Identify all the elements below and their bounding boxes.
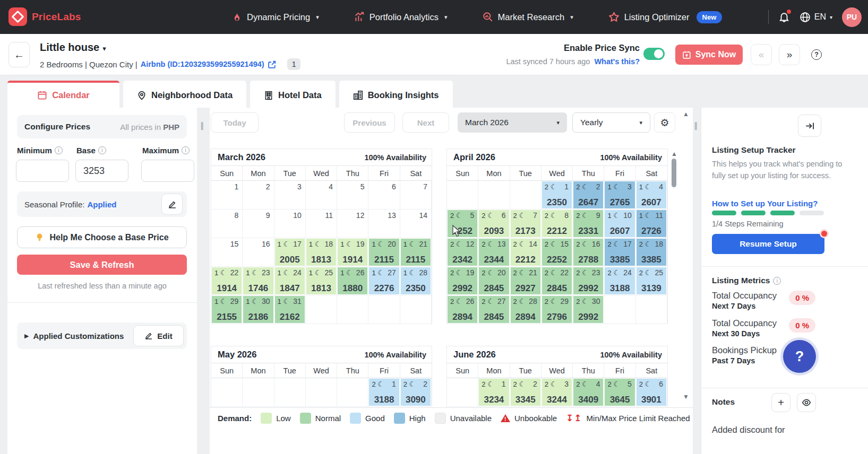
scrollbar-up-arrow[interactable]: ▲ <box>683 110 689 118</box>
base-price-input[interactable] <box>75 160 128 182</box>
calendar-day-cell[interactable]: 15 <box>211 238 243 267</box>
calendar-day-cell[interactable]: 14 <box>400 209 432 238</box>
calendar-day-cell[interactable]: 1 ☾212115 <box>400 238 432 267</box>
collapse-sidebar-button[interactable] <box>798 115 821 137</box>
calendar-day-cell[interactable]: 4 <box>306 181 337 209</box>
nav-item-listing-optimizer[interactable]: Listing OptimizerNew <box>608 11 723 23</box>
calendar-day-cell[interactable]: 1 ☾302186 <box>243 295 274 324</box>
calendar-day-cell[interactable]: 1 ☾312162 <box>274 295 306 324</box>
info-icon[interactable]: i <box>55 146 63 154</box>
info-icon[interactable]: i <box>98 146 106 154</box>
minimum-price-input[interactable] <box>16 160 69 182</box>
calendar-day-cell[interactable]: 1 ☾202115 <box>368 238 400 267</box>
calendar-day-cell[interactable]: 2 ☾23090 <box>400 378 432 407</box>
inner-scrollbar-up-arrow[interactable]: ▲ <box>671 150 677 158</box>
calendar-day-cell[interactable]: 1 ☾282350 <box>400 267 432 295</box>
calendar-day-cell[interactable]: 6 <box>368 181 400 209</box>
help-button[interactable]: ? <box>806 44 827 65</box>
language-selector[interactable]: EN ▾ <box>800 12 832 23</box>
panel-resize-handle[interactable]: ∥ <box>694 121 699 130</box>
scrollbar-thumb[interactable] <box>672 159 676 187</box>
calendar-day-cell[interactable]: 1 ☾292155 <box>211 295 243 324</box>
calendar-day-cell[interactable]: 2 ☾122342 <box>447 238 478 267</box>
calendar-day-cell[interactable]: 9 <box>243 209 274 238</box>
calendar-day-cell[interactable]: 1 ☾172005 <box>274 238 306 267</box>
sync-now-button[interactable]: Sync Now <box>675 45 743 65</box>
calendar-day-cell[interactable]: 1 ☾231746 <box>243 267 274 295</box>
calendar-day-cell[interactable]: 16 <box>243 238 274 267</box>
nav-item-market-research[interactable]: Market Research▾ <box>483 12 573 22</box>
calendar-day-cell[interactable]: 2 ☾272845 <box>478 295 510 324</box>
view-select[interactable]: Yearly▾ <box>572 112 650 133</box>
calendar-day-cell[interactable]: 1 ☾42607 <box>636 181 667 209</box>
edit-seasonal-profile-button[interactable] <box>161 194 183 215</box>
calendar-day-cell[interactable]: 1 ☾221914 <box>211 267 243 295</box>
listing-count-badge[interactable]: 1 <box>287 58 301 70</box>
calendar-day-cell[interactable]: 2 ☾192992 <box>447 267 478 295</box>
tab-calendar[interactable]: Calendar <box>7 81 119 108</box>
edit-customizations-button[interactable]: Edit <box>133 325 184 346</box>
calendar-day-cell[interactable]: 1 ☾191914 <box>337 238 368 267</box>
calendar-day-cell[interactable]: 2 ☾282894 <box>510 295 542 324</box>
calendar-day-cell[interactable]: 2 ☾72173 <box>510 209 542 238</box>
view-notes-button[interactable] <box>797 393 816 412</box>
help-choose-base-price-button[interactable]: Help Me Choose a Base Price <box>17 226 187 248</box>
calendar-day-cell[interactable]: 2 ☾12350 <box>542 181 573 209</box>
calendar-day-cell[interactable]: 2 ☾22647 <box>573 181 604 209</box>
expand-right-button[interactable]: » <box>779 44 800 65</box>
next-button[interactable]: Next <box>402 112 449 133</box>
calendar-day-cell[interactable]: 2 ☾53645 <box>604 378 635 407</box>
resume-setup-button[interactable]: Resume Setup <box>712 234 824 254</box>
calendar-day-cell[interactable]: 1 ☾181813 <box>306 238 337 267</box>
previous-button[interactable]: Previous <box>344 112 395 133</box>
back-button[interactable]: ← <box>8 42 30 67</box>
calendar-day-cell[interactable]: 2 ☾173385 <box>604 238 635 267</box>
calendar-day-cell[interactable]: 2 ☾132344 <box>478 238 510 267</box>
maximum-price-input[interactable] <box>141 160 194 182</box>
calendar-day-cell[interactable]: 2 ☾13188 <box>368 378 400 407</box>
tab-hotel-data[interactable]: Hotel Data <box>250 81 336 108</box>
add-note-button[interactable]: + <box>771 393 790 412</box>
calendar-day-cell[interactable]: 2 ☾13234 <box>478 378 510 407</box>
calendar-day-cell[interactable]: 1 ☾32765 <box>604 181 635 209</box>
calendar-day-cell[interactable]: 8 <box>211 209 243 238</box>
price-sync-toggle[interactable] <box>643 48 665 60</box>
listing-title[interactable]: Little house▾ <box>40 41 106 54</box>
calendar-day-cell[interactable]: 2 ☾243188 <box>604 267 635 295</box>
calendar-day-cell[interactable]: 2 ☾62093 <box>478 209 510 238</box>
notifications-bell-icon[interactable] <box>778 11 790 23</box>
calendar-day-cell[interactable]: 2 <box>243 181 274 209</box>
calendar-day-cell[interactable]: 2 ☾43409 <box>573 378 604 407</box>
calendar-day-cell[interactable]: 2 ☾202845 <box>478 267 510 295</box>
calendar-day-cell[interactable]: 2 ☾152252 <box>542 238 573 267</box>
user-avatar[interactable]: PU <box>842 7 862 27</box>
airbnb-listing-link[interactable]: Airbnb (ID:1203293599255921494) <box>141 60 264 68</box>
calendar-day-cell[interactable]: 1 ☾241847 <box>274 267 306 295</box>
panel-resize-handle[interactable]: ∥ <box>200 121 205 130</box>
expand-arrow-icon[interactable]: ▶ <box>24 333 29 339</box>
setup-listing-link[interactable]: How to Set up Your Listing? <box>712 199 818 208</box>
calendar-day-cell[interactable]: 2 ☾262894 <box>447 295 478 324</box>
calendar-day-cell[interactable]: 2 ☾183385 <box>636 238 667 267</box>
month-select[interactable]: March 2026▾ <box>458 112 567 133</box>
calendar-day-cell[interactable]: 1 ☾272276 <box>368 267 400 295</box>
calendar-day-cell[interactable]: 2 ☾63901 <box>636 378 667 407</box>
external-link-icon[interactable] <box>268 60 277 69</box>
nav-item-portfolio-analytics[interactable]: Portfolio Analytics▾ <box>354 12 448 22</box>
help-bubble-button[interactable]: ? <box>783 340 816 373</box>
calendar-day-cell[interactable]: 1 ☾112726 <box>636 209 667 238</box>
applied-customizations-label[interactable]: Applied Customizations <box>33 331 124 340</box>
scrollbar-down-arrow[interactable]: ▼ <box>683 393 689 400</box>
today-button[interactable]: Today <box>211 112 259 133</box>
calendar-day-cell[interactable]: 2 ☾23345 <box>510 378 542 407</box>
calendar-day-cell[interactable]: 10 <box>274 209 306 238</box>
whats-this-link[interactable]: What's this? <box>594 57 640 66</box>
collapse-left-button[interactable]: « <box>751 44 772 65</box>
tab-booking-insights[interactable]: Booking Insights <box>339 81 453 108</box>
calendar-day-cell[interactable]: 2 ☾33244 <box>542 378 573 407</box>
calendar-day-cell[interactable]: 13 <box>368 209 400 238</box>
calendar-day-cell[interactable]: 2 ☾162788 <box>573 238 604 267</box>
calendar-day-cell[interactable]: 2 ☾82212 <box>542 209 573 238</box>
tab-neighborhood-data[interactable]: Neighborhood Data <box>123 81 246 108</box>
calendar-day-cell[interactable]: 1 <box>211 181 243 209</box>
